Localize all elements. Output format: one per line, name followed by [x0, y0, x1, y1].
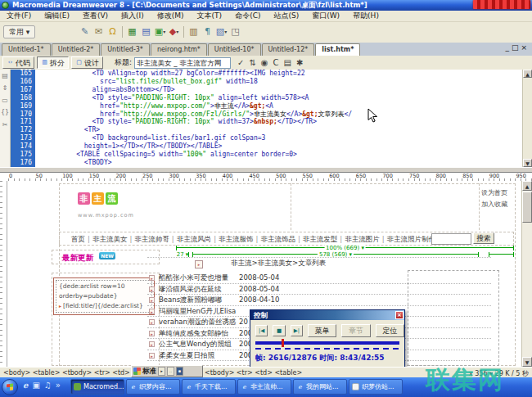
nav-link[interactable]: 首页 [71, 235, 85, 243]
page-title-input[interactable]: 非主流美女 _ 非主流官方网 [134, 57, 231, 69]
column-width-bar-1[interactable]: 27 ▾ [176, 254, 189, 255]
show-desktop-icon[interactable]: ▣ [32, 381, 39, 390]
minimize-icon[interactable]: _ [505, 43, 512, 52]
document-tab[interactable]: Untitled-1* [2, 43, 51, 56]
taskbar-task-button[interactable]: e非主流帅... [237, 379, 291, 395]
document-tab[interactable]: list.htm* [315, 43, 360, 56]
media-control-panel[interactable]: 控制 × |◀■▶|菜单章节定位 帧: 2616/12876 时间: 8:43/… [250, 309, 405, 367]
search-input[interactable] [431, 233, 471, 245]
menu-item[interactable]: 文件(F) [0, 11, 38, 21]
column-width-bar-3[interactable] [489, 254, 514, 255]
toolbar-mini-button[interactable]: ▸ [158, 367, 165, 376]
document-tab[interactable]: Untitled-2* [52, 43, 101, 56]
slider-thumb[interactable] [282, 339, 284, 347]
menu-item[interactable]: 文本(T) [191, 11, 229, 21]
menu-item[interactable]: 编辑(E) [38, 11, 76, 21]
menu-item[interactable]: 查看(V) [76, 11, 115, 21]
nav-link[interactable]: 非主流饰品 [260, 235, 295, 243]
design-view-button[interactable]: ▢设计 [71, 56, 103, 69]
search-button[interactable]: 搜索 [473, 232, 494, 244]
article-title[interactable]: 公主气息Wendy的照组 [159, 340, 231, 350]
code-scrollbar[interactable]: ▲ ▼ [522, 70, 532, 167]
taskbar-task-button[interactable]: 织梦仿站... [349, 379, 403, 395]
comment-icon[interactable]: ¶ [201, 25, 214, 38]
prev-frame-button[interactable]: |◀ [255, 325, 268, 336]
design-canvas[interactable]: 非主流 www.mxpop.com 设为首页 加入收藏 首页|非主流美女|非主流… [7, 181, 521, 367]
set-homepage-link[interactable]: 设为首页 [481, 187, 507, 199]
chevron-icon[interactable]: » [56, 381, 61, 390]
menu-button[interactable]: 菜单 [308, 324, 336, 337]
standard-toolbar[interactable]: 标准 ▸ ‥ ▪ [131, 365, 203, 377]
menu-item[interactable]: 窗口(W) [305, 11, 346, 21]
date-icon[interactable]: ▥ [187, 25, 201, 38]
expand-all-icon[interactable]: {} [1, 109, 9, 116]
article-title[interactable]: 酷酷张小米可爱也增量 [159, 273, 228, 283]
document-tab[interactable]: Untitled-12* [262, 43, 315, 56]
article-title[interactable]: 单纯俏皮感兔女郎静怡 [159, 329, 228, 339]
taskbar-task-button[interactable]: Macromed... [70, 379, 124, 395]
insert-div-icon[interactable]: ▤ [139, 25, 153, 38]
scroll-up-icon[interactable]: ▲ [523, 70, 532, 78]
menu-item[interactable]: 插入(I) [115, 11, 151, 21]
article-title[interactable]: verahan潮蔻的蕾丝诱惑 [159, 318, 236, 327]
nav-link[interactable]: 非主流发型 [303, 235, 338, 243]
scroll-down-icon[interactable]: ▼ [523, 159, 532, 167]
nav-link[interactable]: 非主流帅哥 [134, 235, 169, 243]
ie-quicklaunch-icon[interactable]: e [23, 381, 28, 390]
view-options-icon[interactable]: ▤ [284, 58, 291, 67]
scroll-down-icon[interactable]: ▼ [522, 357, 532, 367]
dede-template-box[interactable]: {dede:arclist row=10orderby=pubdate}▸[fi… [53, 277, 155, 315]
document-tab[interactable]: Untitled-3* [101, 43, 150, 56]
article-title[interactable]: 柔柔女生夏日拍照 [159, 351, 214, 361]
menu-item[interactable]: 命令(C) [228, 11, 267, 21]
split-view-divider[interactable] [0, 167, 532, 173]
insert-category-dropdown[interactable]: 常用 ▾ [3, 25, 35, 38]
collapse-full-tag-icon[interactable]: ⇕ [2, 84, 8, 92]
article-title[interactable]: Beans渡新照粉嘟嘟 [159, 295, 222, 305]
tag-path-right[interactable]: <tbody> <tr> <td> <table> [205, 369, 302, 377]
scroll-up-icon[interactable]: ▲ [522, 181, 532, 191]
start-button[interactable] [2, 379, 18, 395]
scrollbar-thumb[interactable] [522, 192, 532, 223]
tag-chooser-icon[interactable]: ◳ [228, 25, 242, 38]
nav-link[interactable]: 非主流图片 [345, 235, 380, 243]
split-view-button[interactable]: ▥拆分 [37, 56, 69, 69]
hyperlink-icon[interactable]: ✎ [78, 25, 92, 38]
document-tab[interactable]: neirong.htm* [151, 43, 207, 56]
column-width-bar-2[interactable]: 578 (569) ▾ [192, 254, 479, 255]
image-icon[interactable]: ▣▾ [153, 25, 167, 38]
open-documents-icon[interactable]: ▤ [2, 72, 8, 79]
toolbar-mini-button[interactable]: ‥ [167, 367, 174, 376]
nav-link[interactable]: 非主流美女 [92, 235, 128, 243]
nav-link[interactable]: 非主流照片制作 [387, 235, 436, 243]
article-title[interactable]: 玛丽嘎里HenG丹儿Elisa [159, 307, 236, 317]
add-favorite-link[interactable]: 加入收藏 [481, 199, 507, 210]
restore-icon[interactable]: □ [512, 43, 521, 52]
preview-in-browser-icon[interactable]: ◉ [261, 58, 268, 67]
next-frame-button[interactable]: ▶| [291, 325, 303, 336]
media-icon[interactable]: ◆▾ [167, 25, 181, 38]
stop-button[interactable]: ■ [273, 325, 285, 336]
taskbar-task-button[interactable]: e我的网站... [293, 379, 347, 395]
design-view[interactable]: 非主流 www.mxpop.com 设为首页 加入收藏 首页|非主流美女|非主流… [0, 181, 532, 367]
document-tab[interactable]: Untitled-10* [208, 43, 261, 56]
design-scrollbar[interactable]: ▲ ▼ [521, 181, 532, 367]
visual-aids-icon[interactable]: ✱ [296, 58, 303, 67]
document-window-controls[interactable]: _□× [505, 43, 530, 52]
table-width-bar-full[interactable]: 100% (669) ▾ [176, 247, 514, 248]
close-icon[interactable]: × [395, 311, 404, 319]
refresh-icon[interactable]: C [273, 58, 279, 67]
nav-link[interactable]: 非主流服饰 [219, 235, 254, 243]
table-width-label[interactable]: 100% (669) ▾ [324, 245, 366, 251]
taskbar-task-button[interactable]: e织梦内容... [126, 379, 180, 395]
toolbar-mini-button[interactable]: ▪ [176, 367, 183, 376]
named-anchor-icon[interactable]: Ω [106, 25, 119, 38]
wrap-tag-icon[interactable]: ✂ [2, 121, 8, 129]
control-panel-titlebar[interactable]: 控制 × [250, 310, 404, 320]
menu-item[interactable]: 帮助(H) [346, 11, 385, 21]
article-title[interactable]: 嗲沿猫风采仍在延续 [159, 285, 222, 295]
code-editor[interactable]: <TD vAlign=top width=27 bgColor=#ffffff>… [37, 70, 523, 167]
menu-item[interactable]: 修改(M) [151, 11, 191, 21]
template-icon[interactable]: ▧▾ [214, 25, 228, 38]
seek-slider[interactable] [255, 341, 399, 345]
